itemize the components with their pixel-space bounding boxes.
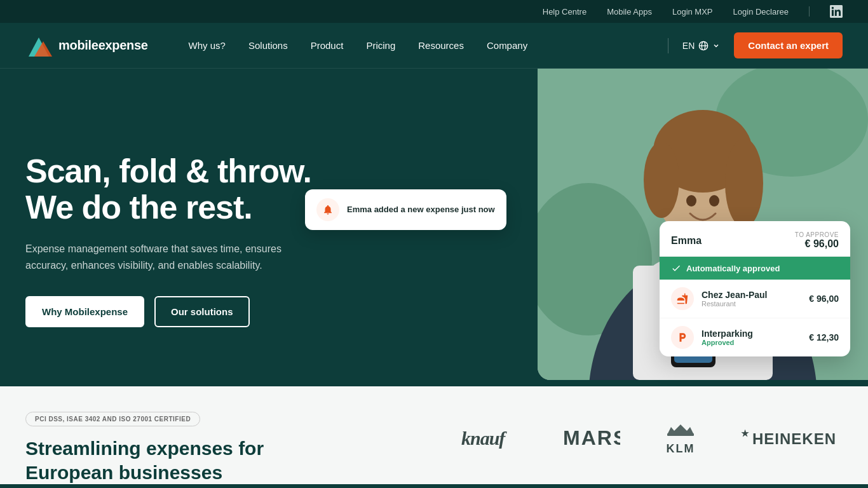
bottom-section: PCI DSS, ISAE 3402 AND ISO 27001 CERTIFI… [0, 386, 868, 484]
nav-company[interactable]: Company [477, 35, 538, 56]
lang-label: EN [682, 41, 695, 51]
klm-logo: KLM [658, 422, 703, 457]
logo-text: mobileexpense [58, 38, 148, 53]
expense-person-name: Emma [671, 235, 702, 247]
why-mobilexpense-button[interactable]: Why Mobilexpense [25, 296, 144, 327]
notification-card: Emma added a new expense just now [305, 189, 506, 230]
hero-buttons: Why Mobilexpense Our solutions [25, 296, 311, 327]
cert-badge: PCI DSS, ISAE 3402 AND ISO 27001 CERTIFI… [25, 412, 200, 426]
parking-sign-icon [677, 332, 688, 343]
bell-icon [322, 204, 334, 215]
logo-icon [25, 32, 52, 59]
lang-selector[interactable]: EN [676, 37, 726, 55]
logo[interactable]: mobileexpense [25, 32, 148, 59]
checkmark-icon [671, 263, 681, 273]
parking-category: Approved [702, 339, 801, 346]
expense-header-right: To approve € 96,00 [795, 231, 839, 250]
nav-pricing[interactable]: Pricing [356, 35, 405, 56]
bottom-left: PCI DSS, ISAE 3402 AND ISO 27001 CERTIFI… [25, 412, 318, 484]
hero-title: Scan, fold & throw. We do the rest. [25, 153, 311, 226]
parking-name: Interparking [702, 329, 801, 339]
linkedin-icon[interactable] [830, 5, 843, 18]
expense-item-parking: Interparking Approved € 12,30 [660, 318, 850, 356]
topbar: Help Centre Mobile Apps Login MXP Login … [0, 0, 868, 23]
brand-knauf: knauf [461, 424, 525, 454]
restaurant-icon [671, 287, 694, 310]
nav-why-us[interactable]: Why us? [179, 35, 236, 56]
globe-icon [698, 41, 709, 51]
expense-total-amount: € 96,00 [795, 238, 839, 250]
hero-content: Scan, fold & throw. We do the rest. Expe… [25, 140, 311, 328]
navbar: mobileexpense Why us? Solutions Product … [0, 23, 868, 69]
parking-amount: € 12,30 [809, 332, 839, 342]
restaurant-amount: € 96,00 [809, 294, 839, 304]
mars-logo: MARS [563, 424, 620, 450]
topbar-divider [809, 6, 810, 17]
chevron-down-icon [712, 42, 720, 50]
auto-approved-banner: Automatically approved [660, 257, 850, 280]
expense-card: Emma To approve € 96,00 Automatically ap… [660, 221, 850, 356]
brand-heineken: ★ HEINEKEN [741, 425, 843, 454]
nav-solutions[interactable]: Solutions [238, 35, 298, 56]
restaurant-category: Restaurant [702, 300, 801, 308]
svg-point-18 [686, 195, 696, 207]
bottom-title: Streamlining expenses for European busin… [25, 437, 267, 484]
expense-header: Emma To approve € 96,00 [660, 221, 850, 257]
hero-subtitle: Expense management software that saves t… [25, 241, 305, 273]
svg-point-12 [644, 142, 679, 218]
bottom-content: PCI DSS, ISAE 3402 AND ISO 27001 CERTIFI… [25, 412, 843, 484]
expense-item-restaurant: Chez Jean-Paul Restaurant € 96,00 [660, 280, 850, 318]
brand-klm: KLM [658, 422, 703, 457]
help-centre-link[interactable]: Help Centre [543, 7, 587, 17]
svg-text:KLM: KLM [667, 442, 695, 455]
notification-text: Emma added a new expense just now [347, 204, 495, 215]
restaurant-name: Chez Jean-Paul [702, 290, 801, 300]
heineken-logo: ★ HEINEKEN [741, 425, 843, 451]
notification-bell-icon [316, 198, 339, 221]
knauf-logo: knauf [461, 424, 525, 450]
nav-links: Why us? Solutions Product Pricing Resour… [179, 35, 660, 56]
expense-to-approve-label: To approve [795, 231, 839, 238]
brand-mars: MARS [563, 424, 620, 455]
fork-knife-icon [677, 293, 688, 304]
nav-divider [668, 38, 668, 53]
parking-details: Interparking Approved [702, 329, 801, 346]
svg-text:knauf: knauf [461, 428, 507, 449]
contact-expert-button[interactable]: Contact an expert [734, 32, 843, 58]
svg-rect-22 [667, 433, 694, 436]
our-solutions-button[interactable]: Our solutions [154, 296, 250, 327]
svg-text:HEINEKEN: HEINEKEN [752, 430, 836, 447]
mobile-apps-link[interactable]: Mobile Apps [607, 7, 652, 17]
login-mxp-link[interactable]: Login MXP [672, 7, 713, 17]
brands-row: knauf MARS KLM ★ [318, 412, 843, 457]
svg-point-19 [709, 195, 719, 207]
parking-icon [671, 326, 694, 349]
nav-resources[interactable]: Resources [408, 35, 474, 56]
restaurant-details: Chez Jean-Paul Restaurant [702, 290, 801, 308]
svg-point-11 [725, 139, 763, 227]
nav-product[interactable]: Product [301, 35, 354, 56]
svg-text:★: ★ [741, 428, 750, 438]
hero-section: Scan, fold & throw. We do the rest. Expe… [0, 69, 868, 386]
auto-approved-text: Automatically approved [686, 264, 780, 273]
svg-text:MARS: MARS [563, 426, 620, 449]
login-declaree-link[interactable]: Login Declaree [733, 7, 789, 17]
